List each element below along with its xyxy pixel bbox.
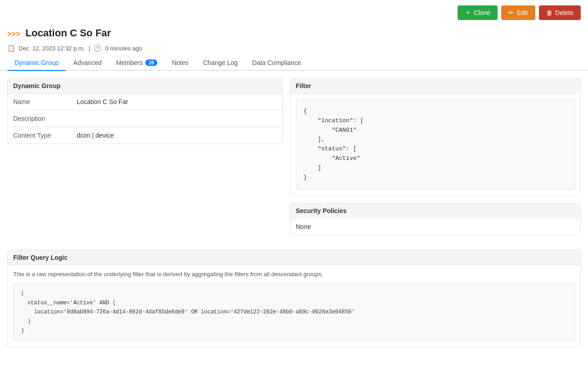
meta-date: Dec. 12, 2023 12:32 p.m. xyxy=(19,45,85,52)
tab-change-log[interactable]: Change Log xyxy=(196,55,245,71)
security-policies-header: Security Policies xyxy=(290,203,580,218)
edit-label: Edit xyxy=(517,9,528,16)
dynamic-group-card-header: Dynamic Group xyxy=(8,79,282,94)
security-policies-value: None xyxy=(296,223,311,230)
edit-button[interactable]: ✏ Edit xyxy=(501,5,535,20)
table-row: Content Type dcim | device xyxy=(8,127,282,144)
security-policies-card: Security Policies None xyxy=(290,203,581,235)
delete-label: Delete xyxy=(555,9,573,16)
tab-change-log-label: Change Log xyxy=(203,59,238,66)
field-label-description: Description xyxy=(8,110,71,127)
tabs-nav: Dynamic Group Advanced Members 28 Notes … xyxy=(0,55,588,71)
tab-dynamic-group-label: Dynamic Group xyxy=(15,59,59,66)
field-value-content-type: dcim | device xyxy=(71,127,282,144)
filter-card: Filter { "location": [ "CAN01" ], "statu… xyxy=(290,78,581,196)
trash-icon: 🗑 xyxy=(546,9,553,16)
filter-query-description: This is a raw representation of the unde… xyxy=(8,265,580,283)
plus-icon: ＋ xyxy=(465,9,471,17)
clone-button[interactable]: ＋ Clone xyxy=(458,5,498,20)
filter-query-logic-header: Filter Query Logic xyxy=(8,250,580,265)
toolbar: ＋ Clone ✏ Edit 🗑 Delete xyxy=(0,0,588,25)
tab-members-label: Members xyxy=(116,59,143,66)
tab-data-compliance-label: Data Compliance xyxy=(252,59,301,66)
edit-icon: ✏ xyxy=(508,9,514,16)
dynamic-group-card: Dynamic Group Name Location C So Far Des… xyxy=(7,78,283,144)
filter-query-code: ( status__name='Active' AND ( location='… xyxy=(13,283,575,341)
clone-label: Clone xyxy=(474,9,491,16)
page-meta: 📋 Dec. 12, 2023 12:32 p.m. | 🕐 0 minutes… xyxy=(0,43,588,55)
members-badge: 28 xyxy=(145,60,157,66)
left-column: Dynamic Group Name Location C So Far Des… xyxy=(7,78,283,243)
meta-time-ago: 0 minutes ago xyxy=(105,45,142,52)
table-row: Name Location C So Far xyxy=(8,94,282,110)
tab-notes[interactable]: Notes xyxy=(164,55,196,71)
meta-separator: | xyxy=(89,45,90,52)
field-value-description xyxy=(71,110,282,127)
security-policies-body: None xyxy=(290,218,580,235)
delete-button[interactable]: 🗑 Delete xyxy=(539,5,581,20)
tab-notes-label: Notes xyxy=(172,59,189,66)
right-column: Filter { "location": [ "CAN01" ], "statu… xyxy=(290,78,581,243)
field-value-name: Location C So Far xyxy=(71,94,282,110)
filter-query-logic-card: Filter Query Logic This is a raw represe… xyxy=(7,250,581,347)
main-content: Dynamic Group Name Location C So Far Des… xyxy=(0,71,588,354)
breadcrumb-arrows: >>> xyxy=(7,30,20,38)
page-header: >>> Location C So Far xyxy=(0,25,588,43)
field-label-name: Name xyxy=(8,94,71,110)
clock-icon: 🕐 xyxy=(94,45,101,52)
calendar-icon: 📋 xyxy=(7,45,15,52)
two-col-layout: Dynamic Group Name Location C So Far Des… xyxy=(7,78,581,243)
table-row: Description xyxy=(8,110,282,127)
tab-advanced[interactable]: Advanced xyxy=(66,55,109,71)
dynamic-group-table: Name Location C So Far Description Conte… xyxy=(8,94,282,144)
tab-dynamic-group[interactable]: Dynamic Group xyxy=(7,55,66,71)
filter-card-header: Filter xyxy=(290,79,580,94)
filter-code-block: { "location": [ "CAN01" ], "status": [ "… xyxy=(296,99,575,190)
field-label-content-type: Content Type xyxy=(8,127,71,144)
tab-data-compliance[interactable]: Data Compliance xyxy=(245,55,308,71)
tab-members[interactable]: Members 28 xyxy=(109,55,165,71)
tab-advanced-label: Advanced xyxy=(73,59,101,66)
page-title: Location C So Far xyxy=(25,27,111,39)
